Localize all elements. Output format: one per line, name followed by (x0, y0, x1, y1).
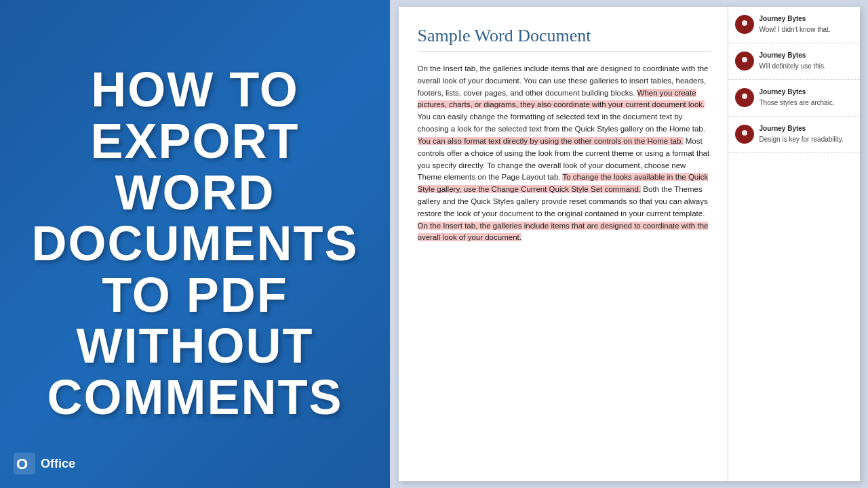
comment-text-4: Design is key for readability. (760, 136, 844, 143)
word-document: Sample Word Document On the Insert tab, … (399, 7, 860, 481)
comment-sidebar: Journey Bytes Wow! I didn't know that. J… (728, 7, 860, 481)
svg-point-10 (742, 94, 747, 99)
comment-author-3: Journey Bytes (760, 88, 853, 96)
left-panel: HOW TO EXPORT WORD DOCUMENTS TO PDF WITH… (0, 0, 390, 488)
svg-point-4 (742, 20, 747, 26)
comment-text-block-2: Journey Bytes Will definitely use this. (760, 52, 853, 71)
comment-text-block-3: Journey Bytes Those styles are archaic. (760, 88, 853, 108)
comment-text-block-4: Journey Bytes Design is key for readabil… (760, 125, 853, 144)
document-body: On the Insert tab, the galleries include… (418, 63, 711, 244)
svg-point-13 (742, 130, 747, 136)
comment-text-3: Those styles are archaic. (760, 99, 835, 106)
comment-author-4: Journey Bytes (760, 125, 853, 132)
doc-content: Sample Word Document On the Insert tab, … (399, 7, 728, 481)
comment-avatar-1 (735, 15, 754, 34)
comment-avatar-4 (735, 125, 754, 144)
comment-item-4: Journey Bytes Design is key for readabil… (728, 117, 860, 153)
highlight-2: You can also format text directly by usi… (418, 137, 684, 145)
document-title: Sample Word Document (418, 26, 711, 52)
svg-marker-9 (739, 100, 750, 104)
svg-marker-6 (739, 64, 750, 68)
comment-avatar-2 (735, 52, 754, 70)
right-panel: Sample Word Document On the Insert tab, … (390, 0, 868, 488)
comment-avatar-3 (735, 88, 754, 107)
office-icon: O (14, 453, 35, 474)
office-label: Office (41, 457, 75, 471)
svg-marker-3 (739, 27, 750, 31)
comment-author-2: Journey Bytes (760, 52, 853, 59)
body-text-2: You can easily change the formatting of … (418, 113, 705, 133)
main-title: HOW TO EXPORT WORD DOCUMENTS TO PDF WITH… (32, 64, 359, 423)
comment-item-3: Journey Bytes Those styles are archaic. (728, 80, 860, 117)
svg-marker-12 (739, 137, 750, 141)
comment-text-1: Wow! I didn't know that. (760, 26, 831, 33)
svg-text:O: O (16, 455, 28, 472)
comment-author-1: Journey Bytes (760, 15, 853, 22)
svg-point-7 (742, 57, 747, 62)
highlight-4: On the Insert tab, the galleries include… (418, 222, 709, 242)
comment-text-2: Will definitely use this. (760, 62, 826, 70)
comment-item-1: Journey Bytes Wow! I didn't know that. (728, 7, 860, 43)
comment-item-2: Journey Bytes Will definitely use this. (728, 43, 860, 80)
office-logo: O Office (14, 453, 75, 474)
comment-text-block-1: Journey Bytes Wow! I didn't know that. (760, 15, 853, 35)
